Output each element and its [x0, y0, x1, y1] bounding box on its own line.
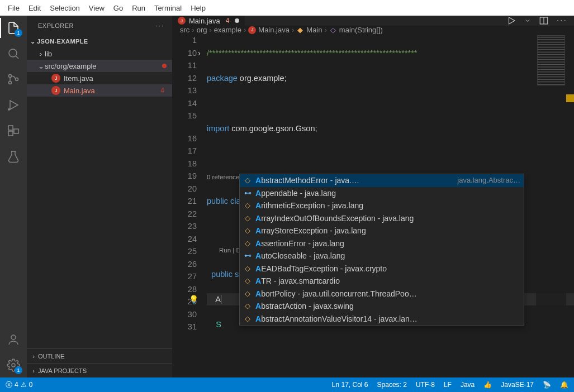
- breadcrumb-method[interactable]: main(String[]): [339, 26, 383, 34]
- file-item-java[interactable]: J Item.java: [27, 72, 172, 84]
- menu-run[interactable]: Run: [127, 2, 150, 14]
- suggest-item[interactable]: ◇AbortPolicy - java.util.concurrent.Thre…: [240, 288, 524, 300]
- activitybar: 1 1: [0, 16, 27, 377]
- tab-label: Main.java: [189, 17, 220, 25]
- outline-section[interactable]: ›OUTLINE: [27, 348, 172, 363]
- error-icon: ⓧ: [6, 380, 12, 390]
- editor-group: J Main.java 4 ··· src› org› example› J M…: [172, 16, 574, 377]
- minimap[interactable]: [536, 34, 566, 347]
- suggest-item[interactable]: ⊷AutoCloseable - java.lang: [240, 250, 524, 262]
- svg-point-2: [9, 82, 12, 84]
- method-icon: ◇: [329, 26, 337, 34]
- suggest-item[interactable]: ◇ArithmeticException - java.lang: [240, 199, 524, 212]
- activity-account-icon[interactable]: [7, 333, 20, 346]
- suggest-widget[interactable]: ◇AbstractMethodError - java.…java.lang.A…: [239, 174, 524, 326]
- activity-debug-icon[interactable]: [7, 98, 20, 112]
- editor-more-icon[interactable]: ···: [557, 16, 567, 26]
- suggest-item[interactable]: ◇AssertionError - java.lang: [240, 237, 524, 250]
- project-root[interactable]: ⌄JSON-EXAMPLE: [27, 35, 172, 47]
- split-editor-icon[interactable]: [539, 16, 549, 26]
- svg-point-9: [12, 364, 15, 367]
- java-file-icon: J: [178, 17, 186, 25]
- breadcrumb-seg[interactable]: example: [214, 26, 241, 34]
- editor-actions: ···: [506, 16, 574, 26]
- tab-error-badge: 4: [226, 17, 230, 25]
- svg-rect-5: [8, 126, 13, 130]
- activity-testing-icon[interactable]: [7, 150, 20, 163]
- breadcrumb-file[interactable]: Main.java: [258, 26, 290, 34]
- status-errors[interactable]: ⓧ4 ⚠0: [6, 380, 32, 390]
- menu-terminal[interactable]: Terminal: [150, 2, 186, 14]
- breadcrumb[interactable]: src› org› example› J Main.java› ◆ Main› …: [172, 26, 574, 34]
- menu-help[interactable]: Help: [186, 2, 210, 14]
- sidebar-title: EXPLORER: [38, 22, 74, 29]
- overview-warning-marker: [566, 94, 574, 102]
- java-projects-section[interactable]: ›JAVA PROJECTS: [27, 363, 172, 377]
- java-file-icon: J: [51, 86, 60, 95]
- run-icon[interactable]: [506, 16, 516, 26]
- sidebar: EXPLORER ··· ⌄JSON-EXAMPLE ›lib ⌄ src / …: [27, 16, 172, 377]
- menu-go[interactable]: Go: [109, 2, 127, 14]
- suggest-item[interactable]: ⊷Appendable - java.lang: [240, 187, 524, 200]
- folder-src-org-example[interactable]: ⌄ src / org / example: [27, 60, 172, 72]
- svg-point-8: [11, 335, 16, 340]
- activity-extensions-icon[interactable]: [7, 124, 20, 137]
- menubar[interactable]: File Edit Selection View Go Run Terminal…: [0, 0, 574, 16]
- suggest-item[interactable]: ◇AbstractMethodError - java.…java.lang.A…: [240, 174, 524, 187]
- menu-selection[interactable]: Selection: [45, 2, 84, 14]
- svg-rect-6: [8, 131, 13, 136]
- folder-dirty-indicator: [162, 64, 167, 68]
- activity-explorer-icon[interactable]: 1: [7, 21, 20, 35]
- activity-search-icon[interactable]: [7, 47, 20, 60]
- settings-badge: 1: [15, 366, 22, 374]
- activity-settings-icon[interactable]: 1: [7, 358, 20, 372]
- svg-point-4: [8, 109, 10, 110]
- tab-main-java[interactable]: J Main.java 4: [172, 16, 245, 26]
- file-main-java[interactable]: J Main.java 4: [27, 84, 172, 97]
- menu-view[interactable]: View: [84, 2, 109, 14]
- svg-point-1: [9, 75, 12, 78]
- folder-lib[interactable]: ›lib: [27, 47, 172, 60]
- sidebar-more-icon[interactable]: ···: [156, 22, 164, 29]
- breadcrumb-class[interactable]: Main: [306, 26, 322, 34]
- menu-edit[interactable]: Edit: [24, 2, 45, 14]
- suggest-item[interactable]: ◇AbstractAction - javax.swing: [240, 300, 524, 313]
- suggest-item[interactable]: ◇ArrayStoreException - java.lang: [240, 224, 524, 237]
- file-error-count: 4: [160, 87, 164, 94]
- code-editor[interactable]: 1101112131415161718192021222324252627282…: [172, 34, 574, 392]
- suggest-item[interactable]: ◇ArrayIndexOutOfBoundsException - java.l…: [240, 212, 524, 225]
- chevron-down-icon[interactable]: [524, 17, 531, 24]
- line-number-gutter: 1101112131415161718192021222324252627282…: [172, 34, 207, 392]
- lightbulb-icon[interactable]: 💡: [189, 293, 198, 306]
- explorer-badge: 1: [15, 29, 22, 37]
- svg-rect-7: [14, 129, 18, 133]
- editor-tabs: J Main.java 4 ···: [172, 16, 574, 26]
- java-file-icon: J: [248, 26, 256, 34]
- tab-modified-indicator: [235, 18, 239, 23]
- warning-icon: ⚠: [21, 381, 27, 389]
- svg-point-0: [9, 49, 17, 57]
- java-file-icon: J: [51, 74, 60, 83]
- activity-scm-icon[interactable]: [7, 73, 20, 86]
- suggest-item[interactable]: ◇AEADBadTagException - javax.crypto: [240, 262, 524, 275]
- menu-file[interactable]: File: [3, 2, 24, 14]
- suggest-item[interactable]: ◇ATR - javax.smartcardio: [240, 275, 524, 288]
- class-icon: ◆: [296, 26, 304, 34]
- suggest-item[interactable]: ◇AbstractAnnotationValueVisitor14 - java…: [240, 313, 524, 326]
- breadcrumb-seg[interactable]: src: [180, 26, 189, 34]
- breadcrumb-seg[interactable]: org: [197, 26, 207, 34]
